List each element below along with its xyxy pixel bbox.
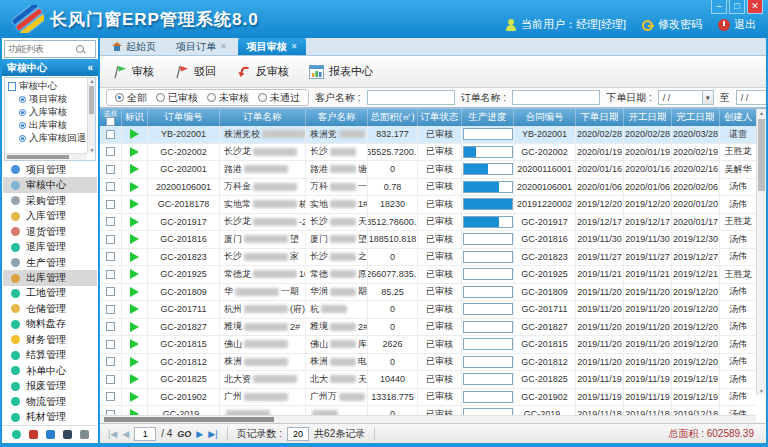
table-row[interactable]: GC-201812株洲株洲电梯0已审核GC-2018122019/11/2020… (100, 354, 756, 372)
order-date-end-picker[interactable]: / / ▼ (736, 90, 766, 105)
minimize-button[interactable]: – (711, 0, 727, 14)
toolbar-button-2[interactable]: 反审核 (236, 64, 289, 79)
go-button[interactable]: GO (177, 429, 191, 439)
select-all-checkbox[interactable] (106, 117, 115, 126)
table-row[interactable]: GC-201827雅境2#雅境2#0已审核GC-2018272019/11/20… (100, 319, 756, 337)
table-row[interactable]: GC-201816厦门望厦门望188510.818已审核GC-201816201… (100, 231, 756, 249)
page-size-input[interactable] (287, 427, 309, 441)
toolbar-button-1[interactable]: 驳回 (174, 64, 216, 79)
prev-page-button[interactable]: ◀ (122, 429, 129, 439)
tree-hscroll-thumb[interactable] (7, 155, 69, 159)
row-checkbox[interactable] (106, 357, 115, 366)
toolbar-button-3[interactable]: 报表中心 (309, 64, 373, 79)
scroll-up-icon[interactable]: ▲ (757, 110, 766, 116)
tab-close-icon[interactable]: ✕ (291, 42, 298, 51)
sidebar-module-16[interactable]: 耗材管理 (3, 410, 97, 425)
table-row[interactable]: GC-201917长沙龙-2#长沙天..8512.78600..已审核GC-20… (100, 214, 756, 232)
table-row[interactable]: GC-201902广州广州万森林13318.775已审核GC-201902201… (100, 389, 756, 407)
tab-1[interactable]: 项目订单✕ (167, 38, 236, 55)
column-header-11[interactable]: 完工日期 (672, 109, 720, 126)
sidebar-module-8[interactable]: 工地管理 (3, 286, 97, 301)
table-row[interactable]: GC-201823长沙家长沙之..0已审核GC-2018232019/11/27… (100, 249, 756, 267)
sidebar-module-14[interactable]: 报废管理 (3, 379, 97, 394)
column-header-12[interactable]: 创建人 (720, 109, 756, 126)
table-row[interactable]: YB-202001株洲党校株洲党832.177已审核YB-2020012020/… (100, 126, 756, 144)
row-checkbox[interactable] (106, 375, 115, 384)
row-checkbox[interactable] (106, 217, 115, 226)
sidebar-module-13[interactable]: 补单中心 (3, 363, 97, 378)
table-row[interactable]: GC-201925常德龙10常德原..266077.835..已审核GC-201… (100, 266, 756, 284)
function-search-input[interactable] (8, 44, 76, 54)
row-checkbox[interactable] (106, 235, 115, 244)
tree-node-root[interactable]: 审核中心 (8, 80, 95, 93)
pen-icon[interactable] (46, 430, 55, 439)
logout-button[interactable]: 退出 (718, 17, 756, 32)
row-checkbox[interactable] (106, 200, 115, 209)
customer-name-input[interactable] (367, 90, 455, 105)
table-row[interactable]: GC-201815佛山佛山库2626已审核GC-2018152019/11/20… (100, 336, 756, 354)
row-checkbox[interactable] (106, 392, 115, 401)
table-vertical-scrollbar[interactable]: ▲ ▼ (756, 109, 766, 395)
status-radio-1[interactable]: 已审核 (156, 91, 198, 105)
table-row[interactable]: GC-2019..0已审核GC-2019..2019/11/182019/11/… (100, 406, 756, 415)
tree-horizontal-scrollbar[interactable] (5, 153, 87, 160)
sidebar-module-2[interactable]: 采购管理 (3, 193, 97, 208)
cart-icon[interactable] (29, 430, 38, 439)
sidebar-module-0[interactable]: 项目管理 (3, 162, 97, 177)
tree-node-3[interactable]: 入库审核回退 (8, 132, 95, 145)
row-checkbox[interactable] (106, 287, 115, 296)
order-name-input[interactable] (512, 90, 600, 105)
book-icon[interactable] (63, 430, 72, 439)
row-checkbox[interactable] (106, 322, 115, 331)
row-checkbox[interactable] (106, 340, 115, 349)
tree-node-2[interactable]: 出库审核 (8, 119, 95, 132)
collapse-icon[interactable]: « (87, 62, 93, 73)
column-header-3[interactable]: 订单名称 (220, 109, 306, 126)
tab-close-icon[interactable]: ✕ (220, 42, 227, 51)
sidebar-module-4[interactable]: 退货管理 (3, 224, 97, 239)
tab-2[interactable]: 项目审核✕ (238, 38, 307, 55)
table-row[interactable]: GC-201809华一期华润期85.25已审核GC-2018092019/11/… (100, 284, 756, 302)
sidebar-module-9[interactable]: 仓储管理 (3, 301, 97, 316)
scroll-down-icon[interactable]: ▼ (88, 147, 96, 153)
sidebar-module-11[interactable]: 财务管理 (3, 332, 97, 347)
maximize-button[interactable]: □ (729, 0, 745, 14)
tree-node-0[interactable]: 项目审核 (8, 93, 95, 106)
tree-scroll-thumb[interactable] (89, 86, 94, 114)
circle-icon[interactable] (12, 430, 21, 439)
status-radio-3[interactable]: 未通过 (258, 91, 300, 105)
chevron-down-icon[interactable]: ▼ (702, 91, 713, 104)
sidebar-module-6[interactable]: 生产管理 (3, 255, 97, 270)
tree-vertical-scrollbar[interactable]: ▲ ▼ (87, 78, 95, 153)
sidebar-panel-header[interactable]: 审核中心 « (2, 59, 98, 76)
sidebar-module-1[interactable]: 审核中心 (3, 177, 97, 192)
column-header-1[interactable]: 标识 (122, 109, 148, 126)
page-number-input[interactable] (134, 427, 156, 441)
column-header-2[interactable]: 订单编号 (148, 109, 220, 126)
close-button[interactable]: ✕ (747, 0, 763, 14)
row-checkbox[interactable] (106, 182, 115, 191)
sidebar-module-12[interactable]: 结算管理 (3, 348, 97, 363)
table-row[interactable]: GC-201711杭州(府)杭0已审核GC-2017112019/11/2020… (100, 301, 756, 319)
column-header-5[interactable]: 总面积(㎡) (368, 109, 418, 126)
row-checkbox[interactable] (106, 270, 115, 279)
column-header-0[interactable]: 选择 (100, 109, 122, 126)
column-header-9[interactable]: 下单日期 (576, 109, 624, 126)
column-header-10[interactable]: 开工日期 (624, 109, 672, 126)
row-checkbox[interactable] (106, 147, 115, 156)
table-row[interactable]: GC-201825北大资北大天..10440已审核GC-2018252019/1… (100, 371, 756, 389)
tab-0[interactable]: 起始页 (103, 38, 165, 55)
column-header-7[interactable]: 生产进度 (462, 109, 514, 126)
column-header-4[interactable]: 客户名称 (306, 109, 368, 126)
status-radio-0[interactable]: 全部 (115, 91, 147, 105)
table-row[interactable]: GC-202002长沙龙长沙65525.7200..已审核GC-20200220… (100, 144, 756, 162)
vscroll-thumb[interactable] (758, 119, 765, 191)
sidebar-module-15[interactable]: 物流管理 (3, 394, 97, 409)
sidebar-module-3[interactable]: 入库管理 (3, 208, 97, 223)
more-icon[interactable] (80, 430, 89, 439)
toolbar-button-0[interactable]: 审核 (112, 64, 154, 79)
table-row[interactable]: GC-202001路港路港塘0已审核202001160012020/01/162… (100, 161, 756, 179)
table-row[interactable]: 20200106001万科金万科一期0.78已审核202001060012020… (100, 179, 756, 197)
row-checkbox[interactable] (106, 130, 115, 139)
sidebar-module-5[interactable]: 退库管理 (3, 239, 97, 254)
